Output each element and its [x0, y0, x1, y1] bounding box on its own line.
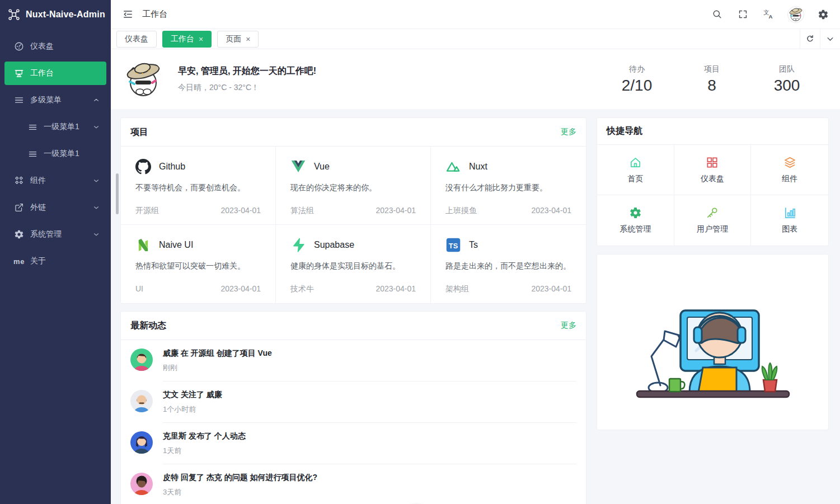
activity-text: 威廉 在 开源组 创建了项目 Vue: [163, 348, 576, 359]
sidebar-item-workbench[interactable]: 工作台: [4, 62, 106, 85]
vue-icon: [290, 159, 306, 175]
refresh-icon[interactable]: [800, 29, 820, 49]
activity-more-link[interactable]: 更多: [561, 321, 576, 331]
sidebar-item-external-links[interactable]: 外链: [4, 196, 106, 219]
project-date: 2023-04-01: [376, 206, 416, 216]
project-group: 上班摸鱼: [445, 206, 477, 216]
project-desc: 没有什么才能比努力更重要。: [445, 183, 571, 193]
stat-value: 2/10: [617, 77, 656, 95]
activity-item: 艾文 关注了 威廉 1个小时前: [121, 381, 586, 423]
activity-time: 3天前: [163, 487, 576, 497]
welcome-banner: 早安, 管理员, 开始您一天的工作吧! 今日晴，20°C - 32°C！ 待办 …: [111, 49, 840, 109]
project-name: Ts: [469, 240, 478, 250]
sidebar-item-components[interactable]: 组件: [4, 169, 106, 192]
quick-nav-label: 图表: [782, 224, 797, 234]
naive-ui-icon: [135, 237, 151, 253]
quick-nav-components[interactable]: 组件: [751, 145, 828, 195]
search-icon[interactable]: [710, 8, 724, 21]
workbench-icon: [13, 68, 25, 79]
welcome-greeting: 早安, 管理员, 开始您一天的工作吧!: [178, 65, 316, 77]
sidebar-item-label: 外链: [30, 202, 87, 213]
content-scroll-area: 早安, 管理员, 开始您一天的工作吧! 今日晴，20°C - 32°C！ 待办 …: [111, 49, 840, 504]
project-date: 2023-04-01: [220, 206, 261, 216]
supabase-icon: [290, 237, 306, 253]
breadcrumb[interactable]: 工作台: [142, 9, 167, 20]
project-group: 技术牛: [290, 284, 314, 294]
stat-label: 团队: [767, 64, 806, 74]
topbar: 工作台 文 A: [111, 0, 840, 29]
collapse-sidebar-button[interactable]: [121, 8, 134, 21]
project-card-nuxt[interactable]: Nuxt 没有什么才能比努力更重要。 上班摸鱼 2023-04-01: [431, 147, 586, 225]
fullscreen-icon[interactable]: [736, 8, 749, 21]
projects-grid: Github 不要等待机会，而要创造机会。 开源组 2023-04-01: [121, 147, 586, 303]
quick-nav-label: 首页: [627, 174, 643, 184]
quick-nav-system-admin[interactable]: 系统管理: [597, 195, 674, 246]
person-at-computer-illustration: [629, 278, 797, 407]
tab-workbench[interactable]: 工作台 ×: [162, 31, 212, 48]
project-card-naive-ui[interactable]: Naive UI 热情和欲望可以突破一切难关。 UI 2023-04-01: [121, 225, 276, 303]
sidebar-item-dashboard[interactable]: 仪表盘: [4, 35, 106, 58]
projects-more-link[interactable]: 更多: [561, 127, 576, 137]
quick-nav-charts[interactable]: 图表: [751, 195, 828, 246]
quick-nav-label: 仪表盘: [701, 174, 724, 184]
external-link-icon: [13, 202, 25, 213]
stat-value: 8: [692, 77, 731, 95]
quick-nav-home[interactable]: 首页: [597, 145, 674, 195]
sidebar-item-about[interactable]: me 关于: [4, 249, 106, 273]
key-icon: [706, 206, 719, 219]
project-name: Github: [159, 162, 185, 172]
settings-gear-icon[interactable]: [816, 8, 830, 21]
sidebar-item-multilevel-menu[interactable]: 多级菜单: [4, 88, 106, 112]
sidebar-item-label: 仪表盘: [30, 41, 100, 51]
tab-page[interactable]: 页面 ×: [217, 31, 259, 48]
activity-text: 克里斯 发布了 个人动态: [163, 431, 576, 441]
tab-label: 工作台: [171, 34, 194, 44]
activity-item: 皮特 回复了 杰克 的问题 如何进行项目优化? 3天前: [121, 464, 586, 504]
tab-actions-chevron-icon[interactable]: [820, 29, 840, 49]
project-card-supabase[interactable]: Supabase 健康的身体是实现目标的基石。 技术牛 2023-04-01: [276, 225, 431, 303]
welcome-stats: 待办 2/10 项目 8 团队 300: [617, 64, 806, 95]
gear-icon: [629, 206, 642, 219]
sidebar-item-submenu-1[interactable]: 一级菜单1: [4, 115, 106, 139]
language-icon[interactable]: 文 A: [762, 8, 775, 21]
projects-card: 项目 更多 Github 不要等待: [120, 117, 586, 304]
quick-nav-card: 快捷导航 首页: [597, 117, 829, 246]
project-group: 开源组: [135, 206, 159, 216]
user-avatar[interactable]: [787, 6, 804, 23]
sidebar-item-label: 系统管理: [30, 229, 87, 239]
close-icon[interactable]: ×: [246, 35, 250, 43]
activity-card-title: 最新动态: [130, 320, 166, 332]
quick-nav-dashboard[interactable]: 仪表盘: [674, 145, 752, 195]
activity-text: 艾文 关注了 威廉: [163, 390, 576, 400]
tab-label: 仪表盘: [125, 34, 148, 44]
project-name: Naive UI: [159, 240, 193, 250]
activity-card: 最新动态 更多: [120, 311, 586, 504]
sidebar-item-submenu-2[interactable]: 一级菜单1: [4, 142, 106, 166]
activity-time: 1天前: [163, 446, 576, 456]
main-area: 工作台 文 A: [111, 0, 840, 504]
quick-nav-label: 用户管理: [697, 224, 728, 234]
project-desc: 不要等待机会，而要创造机会。: [135, 183, 261, 193]
scrollbar-thumb[interactable]: [116, 173, 119, 214]
avatar: [130, 473, 153, 495]
project-card-github[interactable]: Github 不要等待机会，而要创造机会。 开源组 2023-04-01: [121, 147, 276, 225]
stat-value: 300: [767, 77, 806, 95]
chevron-down-icon: [93, 204, 100, 211]
sidebar: Nuxt-Naive-Admin 仪表盘 工作台: [0, 0, 111, 504]
stat-team: 团队 300: [767, 64, 806, 95]
activity-item: 威廉 在 开源组 创建了项目 Vue 刚刚: [121, 340, 586, 381]
sidebar-item-system-admin[interactable]: 系统管理: [4, 223, 106, 246]
menu-lines-icon: [13, 95, 25, 106]
project-card-typescript[interactable]: TS Ts 路是走出来的，而不是空想出来的。 架构组 2023-04-01: [431, 225, 586, 303]
close-icon[interactable]: ×: [199, 35, 203, 43]
sidebar-item-label: 一级菜单1: [44, 122, 87, 132]
project-card-vue[interactable]: Vue 现在的你决定将来的你。 算法组 2023-04-01: [276, 147, 431, 225]
quick-nav-title: 快捷导航: [607, 125, 642, 137]
quick-nav-user-admin[interactable]: 用户管理: [674, 195, 752, 246]
tab-label: 页面: [226, 34, 241, 44]
project-desc: 路是走出来的，而不是空想出来的。: [445, 261, 571, 271]
sidebar-item-label: 关于: [30, 256, 100, 266]
typescript-icon: TS: [445, 237, 461, 253]
tab-dashboard[interactable]: 仪表盘: [116, 31, 157, 48]
app-logo[interactable]: Nuxt-Naive-Admin: [0, 0, 111, 29]
